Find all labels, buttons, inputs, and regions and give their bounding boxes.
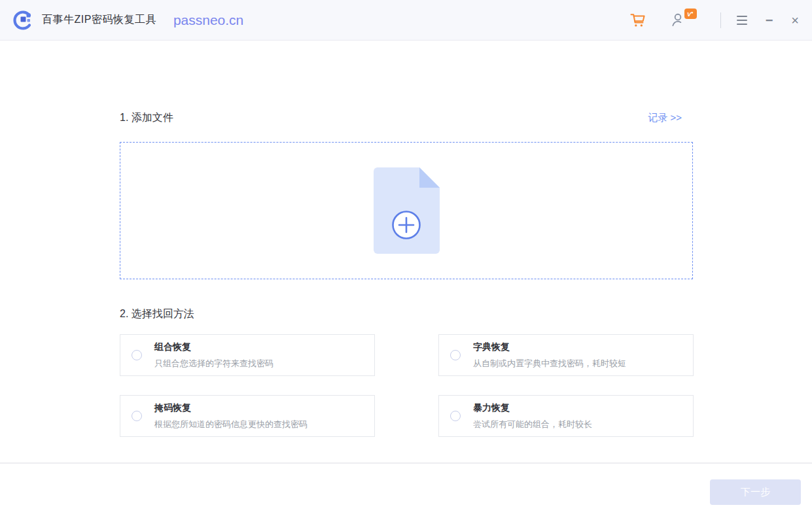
minimize-button[interactable]: − [766, 14, 773, 27]
method-title: 暴力恢复 [473, 402, 592, 414]
next-step-button[interactable]: 下一步 [710, 479, 801, 505]
titlebar: 百事牛ZIP密码恢复工具 passneo.cn V● − × [0, 0, 812, 41]
app-title: 百事牛ZIP密码恢复工具 [42, 13, 156, 27]
site-link[interactable]: passneo.cn [173, 12, 243, 28]
app-logo-icon [12, 9, 34, 31]
close-button[interactable]: × [791, 14, 799, 27]
method-card-dictionary[interactable]: 字典恢复 从自制或内置字典中查找密码，耗时较短 [438, 334, 694, 376]
user-account-icon[interactable]: V● [669, 12, 686, 29]
radio-dictionary[interactable] [450, 350, 461, 360]
add-file-header: 1. 添加文件 记录 >> [120, 111, 694, 125]
add-file-title: 1. 添加文件 [120, 111, 173, 125]
method-section-title: 2. 选择找回方法 [120, 307, 194, 321]
method-options: 组合恢复 只组合您选择的字符来查找密码 字典恢复 从自制或内置字典中查找密码，耗… [120, 334, 694, 437]
method-title: 组合恢复 [154, 341, 274, 353]
method-card-combination[interactable]: 组合恢复 只组合您选择的字符来查找密码 [120, 334, 375, 376]
method-title: 字典恢复 [473, 341, 626, 353]
titlebar-actions: V● − × [629, 11, 799, 29]
radio-combination[interactable] [132, 350, 142, 360]
method-desc: 只组合您选择的字符来查找密码 [154, 358, 274, 370]
shopping-cart-icon[interactable] [629, 11, 647, 29]
method-card-bruteforce[interactable]: 暴力恢复 尝试所有可能的组合，耗时较长 [438, 395, 694, 437]
menu-icon[interactable] [737, 16, 747, 25]
method-desc: 根据您所知道的密码信息更快的查找密码 [154, 419, 308, 430]
footer-divider [0, 462, 812, 464]
add-file-icon[interactable] [374, 167, 440, 254]
method-desc: 尝试所有可能的组合，耗时较长 [473, 419, 592, 430]
method-card-mask[interactable]: 掩码恢复 根据您所知道的密码信息更快的查找密码 [120, 395, 375, 437]
radio-mask[interactable] [132, 411, 142, 421]
radio-bruteforce[interactable] [450, 411, 461, 421]
method-desc: 从自制或内置字典中查找密码，耗时较短 [473, 358, 626, 370]
history-link[interactable]: 记录 >> [648, 112, 682, 124]
method-title: 掩码恢复 [154, 402, 308, 414]
file-dropzone[interactable] [120, 142, 693, 279]
titlebar-divider [720, 12, 721, 28]
vip-badge: V● [684, 9, 697, 19]
